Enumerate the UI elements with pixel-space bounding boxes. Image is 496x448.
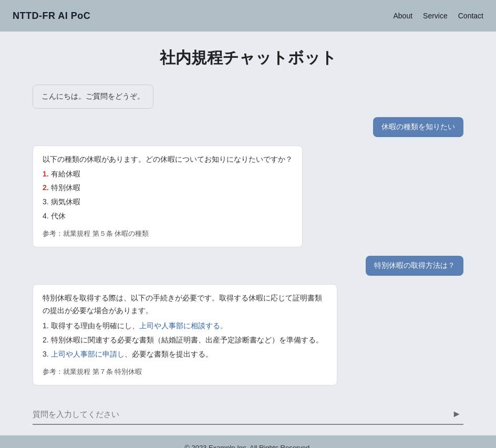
list-item: 3. 上司や人事部に申請し、必要な書類を提出する。: [43, 348, 327, 361]
user-message-row-2: 特別休暇の取得方法は？: [33, 256, 463, 276]
intro-text: こんにちは。ご質問をどうぞ。: [42, 92, 144, 100]
user-message-row-1: 休暇の種類を知りたい: [33, 117, 463, 137]
bot-message-1-list: 1. 有給休暇 2. 特別休暇 3. 病気休暇 4. 代休: [43, 168, 293, 223]
list-item: 2. 特別休暇: [43, 182, 293, 194]
intro-bubble: こんにちは。ご質問をどうぞ。: [33, 85, 153, 109]
bot-message-2-lead-text: 特別休暇を取得する際は、以下の手続きが必要です。取得する休暇に応じて証明書類の提…: [43, 294, 322, 315]
send-button[interactable]: ►: [450, 409, 463, 420]
bot-message-row-2: 特別休暇を取得する際は、以下の手続きが必要です。取得する休暇に応じて証明書類の提…: [33, 284, 463, 386]
footer-text: © 2023 Example Inc. All Rights Reserved.: [184, 444, 312, 448]
user-bubble-2: 特別休暇の取得方法は？: [366, 256, 463, 276]
bot-message-2-lead: 特別休暇を取得する際は、以下の手続きが必要です。取得する休暇に応じて証明書類の提…: [43, 292, 327, 317]
nav-contact[interactable]: Contact: [458, 12, 483, 20]
bot-message-row-1: 以下の種類の休暇があります。どの休暇についてお知りになりたいですか？ 1. 有給…: [33, 145, 463, 247]
bot-bubble-1: 以下の種類の休暇があります。どの休暇についてお知りになりたいですか？ 1. 有給…: [33, 145, 303, 247]
bot-message-1-lead-text: 以下の種類の休暇があります。どの休暇についてお知りになりたいですか？: [43, 155, 293, 163]
input-area: ►: [33, 404, 463, 425]
chat-input[interactable]: [33, 410, 450, 419]
bot-message-1-lead: 以下の種類の休暇があります。どの休暇についてお知りになりたいですか？: [43, 153, 293, 166]
chat-container: こんにちは。ご質問をどうぞ。 休暇の種類を知りたい 以下の種類の休暇があります。…: [33, 85, 463, 425]
list-item: 1. 有給休暇: [43, 168, 293, 181]
nav-service[interactable]: Service: [423, 12, 448, 20]
intro-message-row: こんにちは。ご質問をどうぞ。: [33, 85, 463, 109]
bot-message-2-list: 1. 取得する理由を明確にし、上司や人事部に相談する。 2. 特別休暇に関連する…: [43, 320, 327, 360]
footer: © 2023 Example Inc. All Rights Reserved.: [0, 435, 496, 448]
header-logo: NTTD-FR AI PoC: [13, 11, 90, 22]
list-item: 2. 特別休暇に関連する必要な書類（結婚証明書、出産予定診断書など）を準備する。: [43, 334, 327, 347]
bot-message-1-ref: 参考：就業規程 第５条 休暇の種類: [43, 228, 293, 239]
page-title: 社内規程チャットボット: [160, 47, 337, 69]
app-header: NTTD-FR AI PoC About Service Contact: [0, 0, 496, 32]
bot-message-2-ref: 参考：就業規程 第７条 特別休暇: [43, 366, 327, 378]
header-nav: About Service Contact: [393, 12, 483, 20]
list-item: 3. 病気休暇: [43, 196, 293, 209]
list-item: 4. 代休: [43, 210, 293, 223]
bot-bubble-2: 特別休暇を取得する際は、以下の手続きが必要です。取得する休暇に応じて証明書類の提…: [33, 284, 337, 386]
list-item: 1. 取得する理由を明確にし、上司や人事部に相談する。: [43, 320, 327, 332]
user-bubble-1: 休暇の種類を知りたい: [373, 117, 463, 137]
nav-about[interactable]: About: [393, 12, 412, 20]
main-content: 社内規程チャットボット こんにちは。ご質問をどうぞ。 休暇の種類を知りたい 以下…: [0, 32, 496, 435]
